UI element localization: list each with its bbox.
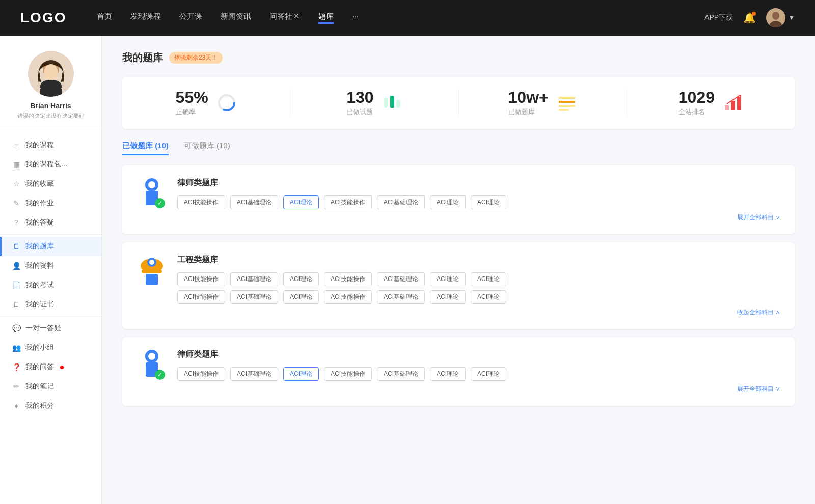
favorites-icon: ☆ xyxy=(12,180,20,188)
tag-1-2[interactable]: ACI理论 xyxy=(283,195,319,209)
courses-icon: ▭ xyxy=(12,141,20,149)
tab-available-banks[interactable]: 可做题库 (10) xyxy=(184,141,230,155)
ranking-chart-icon xyxy=(723,93,743,113)
stat-ranking-value: 1029 xyxy=(678,89,715,105)
tag-2-4[interactable]: ACI基础理论 xyxy=(377,272,425,286)
menu-divider-2 xyxy=(0,316,101,317)
sidebar-item-favorites[interactable]: ☆ 我的收藏 xyxy=(0,174,101,193)
tag-2-2[interactable]: ACI理论 xyxy=(283,272,319,286)
qbank-title-3: 律师类题库 xyxy=(177,349,780,360)
tag-3-4[interactable]: ACI基础理论 xyxy=(377,367,425,381)
stat-ranking-label: 全站排名 xyxy=(678,107,715,117)
tag-2b-5[interactable]: ACI理论 xyxy=(430,290,466,304)
tag-1-0[interactable]: ACI技能操作 xyxy=(177,195,225,209)
profile-name: Brian Harris xyxy=(30,102,71,110)
tag-3-1[interactable]: ACI基础理论 xyxy=(230,367,278,381)
user-avatar-menu[interactable]: ▼ xyxy=(766,8,795,27)
sidebar-item-certificate[interactable]: 🗒 我的证书 xyxy=(0,295,101,314)
profile-icon: 👤 xyxy=(12,262,20,270)
tag-1-3[interactable]: ACI技能操作 xyxy=(324,195,372,209)
sidebar-item-notes[interactable]: ✏ 我的笔记 xyxy=(0,377,101,396)
banks-chart-icon xyxy=(557,93,577,113)
tag-2-5[interactable]: ACI理论 xyxy=(430,272,466,286)
svg-rect-10 xyxy=(390,96,394,108)
app-download-button[interactable]: APP下载 xyxy=(704,13,733,22)
collapse-link-2[interactable]: 收起全部科目 ∧ xyxy=(177,308,780,317)
tag-2-6[interactable]: ACI理论 xyxy=(471,272,506,286)
nav-item-qbank[interactable]: 题库 xyxy=(318,12,334,24)
points-icon: ♦ xyxy=(12,402,20,410)
sidebar-item-questions[interactable]: ❓ 我的问答 xyxy=(0,357,101,377)
sidebar-item-course-packages[interactable]: ▦ 我的课程包... xyxy=(0,155,101,174)
stat-questions-label: 已做试题 xyxy=(346,107,373,117)
tag-2b-0[interactable]: ACI技能操作 xyxy=(177,290,225,304)
qbank-tags-3: ACI技能操作 ACI基础理论 ACI理论 ACI技能操作 ACI基础理论 AC… xyxy=(177,367,780,381)
qbank-icon: 🗒 xyxy=(12,242,20,250)
expand-link-3[interactable]: 展开全部科目 ∨ xyxy=(177,385,780,394)
tag-2b-1[interactable]: ACI基础理论 xyxy=(230,290,278,304)
notification-bell[interactable]: 🔔 xyxy=(743,12,756,24)
svg-point-5 xyxy=(44,64,58,80)
tag-2b-2[interactable]: ACI理论 xyxy=(283,290,319,304)
tag-2-0[interactable]: ACI技能操作 xyxy=(177,272,225,286)
sidebar-item-group[interactable]: 👥 我的小组 xyxy=(0,338,101,357)
nav-avatar xyxy=(766,8,785,27)
tag-2b-6[interactable]: ACI理论 xyxy=(471,290,506,304)
sidebar-item-exam[interactable]: 📄 我的考试 xyxy=(0,275,101,295)
stat-accuracy-label: 正确率 xyxy=(176,107,208,117)
qbank-card-3: ✓ 律师类题库 ACI技能操作 ACI基础理论 ACI理论 ACI技能操作 AC… xyxy=(122,337,795,406)
nav-item-more[interactable]: ··· xyxy=(352,12,359,24)
nav-item-discover[interactable]: 发现课程 xyxy=(130,12,161,24)
tag-1-6[interactable]: ACI理论 xyxy=(471,195,506,209)
stat-banks-label: 已做题库 xyxy=(508,107,549,117)
svg-point-1 xyxy=(772,12,779,20)
svg-rect-18 xyxy=(737,97,741,110)
tag-3-6[interactable]: ACI理论 xyxy=(471,367,506,381)
qbank-icon-lawyer-1: ✓ xyxy=(137,178,167,213)
sidebar-item-1on1[interactable]: 💬 一对一答疑 xyxy=(0,319,101,338)
notification-dot xyxy=(752,12,756,16)
nav-item-news[interactable]: 新闻资讯 xyxy=(221,12,251,24)
tag-1-5[interactable]: ACI理论 xyxy=(430,195,466,209)
main-content: 我的题库 体验剩余23天！ 55% 正确率 xyxy=(102,36,815,504)
nav-item-open[interactable]: 公开课 xyxy=(179,12,202,24)
tab-done-banks[interactable]: 已做题库 (10) xyxy=(122,141,169,155)
svg-rect-13 xyxy=(559,101,575,103)
qbank-tags-1: ACI技能操作 ACI基础理论 ACI理论 ACI技能操作 ACI基础理论 AC… xyxy=(177,195,780,209)
nav-items: 首页 发现课程 公开课 新闻资讯 问答社区 题库 ··· xyxy=(97,12,704,24)
exam-icon: 📄 xyxy=(12,281,20,289)
tag-2b-3[interactable]: ACI技能操作 xyxy=(324,290,372,304)
tag-3-0[interactable]: ACI技能操作 xyxy=(177,367,225,381)
nav-item-home[interactable]: 首页 xyxy=(97,12,112,24)
nav-logo[interactable]: LOGO xyxy=(20,10,66,26)
answers-icon: ? xyxy=(12,218,20,227)
page-header: 我的题库 体验剩余23天！ xyxy=(122,51,795,65)
tag-3-3[interactable]: ACI技能操作 xyxy=(324,367,372,381)
tag-3-5[interactable]: ACI理论 xyxy=(430,367,466,381)
stats-row: 55% 正确率 130 已做试题 xyxy=(122,77,795,129)
nav-right: APP下载 🔔 ▼ xyxy=(704,8,795,27)
sidebar: Brian Harris 错误的决定比没有决定要好 ▭ 我的课程 ▦ 我的课程包… xyxy=(0,36,102,504)
sidebar-item-profile[interactable]: 👤 我的资料 xyxy=(0,256,101,275)
navbar: LOGO 首页 发现课程 公开课 新闻资讯 问答社区 题库 ··· APP下载 … xyxy=(0,0,815,36)
sidebar-item-courses[interactable]: ▭ 我的课程 xyxy=(0,135,101,155)
tag-2b-4[interactable]: ACI基础理论 xyxy=(377,290,425,304)
stat-questions-value: 130 xyxy=(346,89,373,105)
tag-2-3[interactable]: ACI技能操作 xyxy=(324,272,372,286)
qbank-title-2: 工程类题库 xyxy=(177,255,780,265)
qbank-tags-2b: ACI技能操作 ACI基础理论 ACI理论 ACI技能操作 ACI基础理论 AC… xyxy=(177,290,780,304)
nav-item-qa[interactable]: 问答社区 xyxy=(269,12,300,24)
tag-1-1[interactable]: ACI基础理论 xyxy=(230,195,278,209)
sidebar-item-answers[interactable]: ? 我的答疑 xyxy=(0,213,101,232)
tag-2-1[interactable]: ACI基础理论 xyxy=(230,272,278,286)
tag-1-4[interactable]: ACI基础理论 xyxy=(377,195,425,209)
sidebar-item-points[interactable]: ♦ 我的积分 xyxy=(0,396,101,415)
svg-rect-12 xyxy=(559,97,575,99)
sidebar-item-homework[interactable]: ✎ 我的作业 xyxy=(0,193,101,213)
sidebar-item-qbank[interactable]: 🗒 我的题库 xyxy=(0,237,101,256)
tag-3-2[interactable]: ACI理论 xyxy=(283,367,319,381)
expand-link-1[interactable]: 展开全部科目 ∨ xyxy=(177,213,780,222)
qbank-card-2: 工程类题库 ACI技能操作 ACI基础理论 ACI理论 ACI技能操作 ACI基… xyxy=(122,242,795,329)
svg-point-32 xyxy=(148,353,155,360)
svg-rect-28 xyxy=(146,274,158,285)
